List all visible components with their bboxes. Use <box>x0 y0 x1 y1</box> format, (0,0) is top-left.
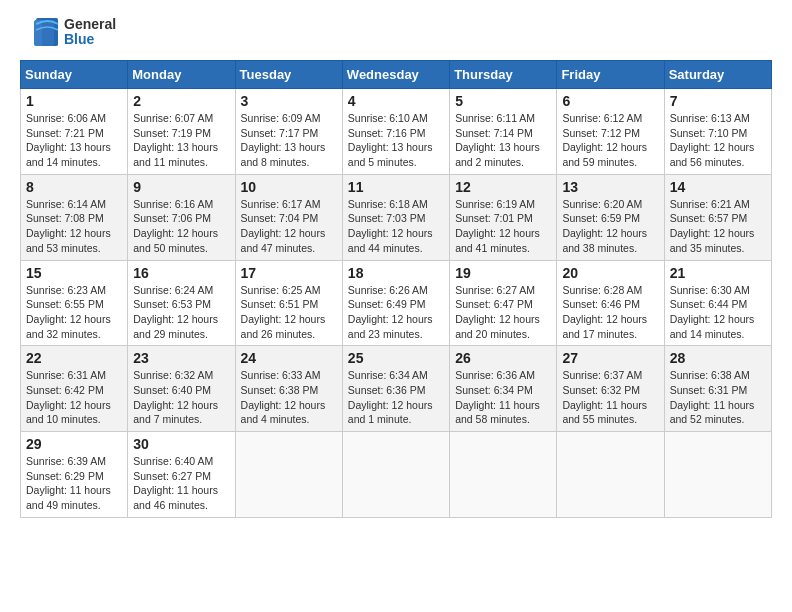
day-number: 2 <box>133 93 229 109</box>
day-number: 19 <box>455 265 551 281</box>
calendar-week-5: 29Sunrise: 6:39 AM Sunset: 6:29 PM Dayli… <box>21 432 772 518</box>
day-info: Sunrise: 6:25 AM Sunset: 6:51 PM Dayligh… <box>241 283 337 342</box>
calendar-cell <box>557 432 664 518</box>
days-of-week-row: SundayMondayTuesdayWednesdayThursdayFrid… <box>21 61 772 89</box>
day-number: 1 <box>26 93 122 109</box>
day-of-week-wednesday: Wednesday <box>342 61 449 89</box>
calendar-cell: 8Sunrise: 6:14 AM Sunset: 7:08 PM Daylig… <box>21 174 128 260</box>
day-number: 12 <box>455 179 551 195</box>
calendar-week-3: 15Sunrise: 6:23 AM Sunset: 6:55 PM Dayli… <box>21 260 772 346</box>
day-info: Sunrise: 6:06 AM Sunset: 7:21 PM Dayligh… <box>26 111 122 170</box>
day-number: 26 <box>455 350 551 366</box>
day-number: 22 <box>26 350 122 366</box>
calendar-cell: 29Sunrise: 6:39 AM Sunset: 6:29 PM Dayli… <box>21 432 128 518</box>
calendar-cell: 6Sunrise: 6:12 AM Sunset: 7:12 PM Daylig… <box>557 89 664 175</box>
day-number: 3 <box>241 93 337 109</box>
day-info: Sunrise: 6:23 AM Sunset: 6:55 PM Dayligh… <box>26 283 122 342</box>
day-info: Sunrise: 6:19 AM Sunset: 7:01 PM Dayligh… <box>455 197 551 256</box>
day-of-week-monday: Monday <box>128 61 235 89</box>
day-info: Sunrise: 6:18 AM Sunset: 7:03 PM Dayligh… <box>348 197 444 256</box>
day-number: 28 <box>670 350 766 366</box>
calendar-body: 1Sunrise: 6:06 AM Sunset: 7:21 PM Daylig… <box>21 89 772 518</box>
day-number: 10 <box>241 179 337 195</box>
day-info: Sunrise: 6:36 AM Sunset: 6:34 PM Dayligh… <box>455 368 551 427</box>
day-info: Sunrise: 6:13 AM Sunset: 7:10 PM Dayligh… <box>670 111 766 170</box>
day-of-week-tuesday: Tuesday <box>235 61 342 89</box>
calendar-cell: 26Sunrise: 6:36 AM Sunset: 6:34 PM Dayli… <box>450 346 557 432</box>
day-number: 25 <box>348 350 444 366</box>
day-info: Sunrise: 6:07 AM Sunset: 7:19 PM Dayligh… <box>133 111 229 170</box>
calendar-cell: 10Sunrise: 6:17 AM Sunset: 7:04 PM Dayli… <box>235 174 342 260</box>
day-of-week-thursday: Thursday <box>450 61 557 89</box>
calendar-cell: 9Sunrise: 6:16 AM Sunset: 7:06 PM Daylig… <box>128 174 235 260</box>
day-number: 24 <box>241 350 337 366</box>
day-number: 29 <box>26 436 122 452</box>
calendar-cell: 22Sunrise: 6:31 AM Sunset: 6:42 PM Dayli… <box>21 346 128 432</box>
day-of-week-sunday: Sunday <box>21 61 128 89</box>
day-number: 7 <box>670 93 766 109</box>
day-number: 8 <box>26 179 122 195</box>
day-info: Sunrise: 6:26 AM Sunset: 6:49 PM Dayligh… <box>348 283 444 342</box>
day-number: 6 <box>562 93 658 109</box>
day-info: Sunrise: 6:10 AM Sunset: 7:16 PM Dayligh… <box>348 111 444 170</box>
calendar-cell: 5Sunrise: 6:11 AM Sunset: 7:14 PM Daylig… <box>450 89 557 175</box>
page-header: General Blue <box>20 16 772 48</box>
day-info: Sunrise: 6:20 AM Sunset: 6:59 PM Dayligh… <box>562 197 658 256</box>
calendar-cell: 2Sunrise: 6:07 AM Sunset: 7:19 PM Daylig… <box>128 89 235 175</box>
day-number: 4 <box>348 93 444 109</box>
day-info: Sunrise: 6:32 AM Sunset: 6:40 PM Dayligh… <box>133 368 229 427</box>
day-number: 18 <box>348 265 444 281</box>
logo-icon <box>20 16 60 48</box>
calendar-cell: 17Sunrise: 6:25 AM Sunset: 6:51 PM Dayli… <box>235 260 342 346</box>
calendar-cell: 1Sunrise: 6:06 AM Sunset: 7:21 PM Daylig… <box>21 89 128 175</box>
day-info: Sunrise: 6:17 AM Sunset: 7:04 PM Dayligh… <box>241 197 337 256</box>
calendar-cell: 3Sunrise: 6:09 AM Sunset: 7:17 PM Daylig… <box>235 89 342 175</box>
calendar-cell: 4Sunrise: 6:10 AM Sunset: 7:16 PM Daylig… <box>342 89 449 175</box>
logo-text: General Blue <box>64 17 116 48</box>
day-info: Sunrise: 6:37 AM Sunset: 6:32 PM Dayligh… <box>562 368 658 427</box>
logo: General Blue <box>20 16 116 48</box>
calendar-cell <box>342 432 449 518</box>
calendar-cell: 24Sunrise: 6:33 AM Sunset: 6:38 PM Dayli… <box>235 346 342 432</box>
calendar-cell: 21Sunrise: 6:30 AM Sunset: 6:44 PM Dayli… <box>664 260 771 346</box>
day-info: Sunrise: 6:27 AM Sunset: 6:47 PM Dayligh… <box>455 283 551 342</box>
day-info: Sunrise: 6:14 AM Sunset: 7:08 PM Dayligh… <box>26 197 122 256</box>
calendar-cell: 18Sunrise: 6:26 AM Sunset: 6:49 PM Dayli… <box>342 260 449 346</box>
calendar-cell: 30Sunrise: 6:40 AM Sunset: 6:27 PM Dayli… <box>128 432 235 518</box>
day-number: 16 <box>133 265 229 281</box>
day-number: 20 <box>562 265 658 281</box>
calendar-cell: 15Sunrise: 6:23 AM Sunset: 6:55 PM Dayli… <box>21 260 128 346</box>
day-info: Sunrise: 6:39 AM Sunset: 6:29 PM Dayligh… <box>26 454 122 513</box>
day-info: Sunrise: 6:31 AM Sunset: 6:42 PM Dayligh… <box>26 368 122 427</box>
calendar-cell: 14Sunrise: 6:21 AM Sunset: 6:57 PM Dayli… <box>664 174 771 260</box>
day-number: 13 <box>562 179 658 195</box>
calendar-cell: 13Sunrise: 6:20 AM Sunset: 6:59 PM Dayli… <box>557 174 664 260</box>
day-info: Sunrise: 6:24 AM Sunset: 6:53 PM Dayligh… <box>133 283 229 342</box>
calendar-week-1: 1Sunrise: 6:06 AM Sunset: 7:21 PM Daylig… <box>21 89 772 175</box>
day-number: 21 <box>670 265 766 281</box>
calendar-header: SundayMondayTuesdayWednesdayThursdayFrid… <box>21 61 772 89</box>
day-info: Sunrise: 6:12 AM Sunset: 7:12 PM Dayligh… <box>562 111 658 170</box>
calendar-cell: 12Sunrise: 6:19 AM Sunset: 7:01 PM Dayli… <box>450 174 557 260</box>
day-number: 14 <box>670 179 766 195</box>
day-info: Sunrise: 6:34 AM Sunset: 6:36 PM Dayligh… <box>348 368 444 427</box>
calendar-cell: 23Sunrise: 6:32 AM Sunset: 6:40 PM Dayli… <box>128 346 235 432</box>
day-info: Sunrise: 6:28 AM Sunset: 6:46 PM Dayligh… <box>562 283 658 342</box>
calendar-week-4: 22Sunrise: 6:31 AM Sunset: 6:42 PM Dayli… <box>21 346 772 432</box>
calendar-cell: 19Sunrise: 6:27 AM Sunset: 6:47 PM Dayli… <box>450 260 557 346</box>
calendar-cell: 25Sunrise: 6:34 AM Sunset: 6:36 PM Dayli… <box>342 346 449 432</box>
day-number: 9 <box>133 179 229 195</box>
day-number: 30 <box>133 436 229 452</box>
day-info: Sunrise: 6:33 AM Sunset: 6:38 PM Dayligh… <box>241 368 337 427</box>
day-number: 23 <box>133 350 229 366</box>
calendar-cell: 16Sunrise: 6:24 AM Sunset: 6:53 PM Dayli… <box>128 260 235 346</box>
calendar-cell: 11Sunrise: 6:18 AM Sunset: 7:03 PM Dayli… <box>342 174 449 260</box>
calendar-cell: 7Sunrise: 6:13 AM Sunset: 7:10 PM Daylig… <box>664 89 771 175</box>
calendar-cell <box>235 432 342 518</box>
calendar-cell: 28Sunrise: 6:38 AM Sunset: 6:31 PM Dayli… <box>664 346 771 432</box>
calendar-cell <box>664 432 771 518</box>
day-info: Sunrise: 6:21 AM Sunset: 6:57 PM Dayligh… <box>670 197 766 256</box>
day-info: Sunrise: 6:09 AM Sunset: 7:17 PM Dayligh… <box>241 111 337 170</box>
calendar-cell: 20Sunrise: 6:28 AM Sunset: 6:46 PM Dayli… <box>557 260 664 346</box>
day-number: 27 <box>562 350 658 366</box>
